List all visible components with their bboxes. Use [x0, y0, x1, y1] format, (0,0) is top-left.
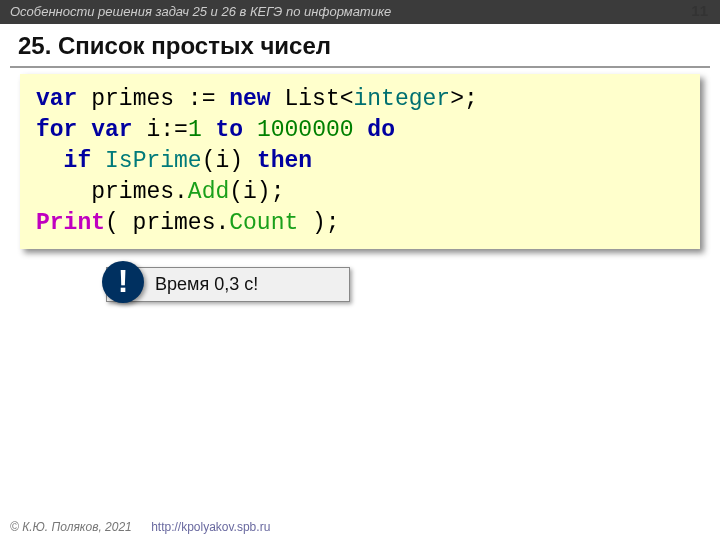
fn-print: Print	[36, 210, 105, 236]
page-number: 11	[691, 2, 708, 19]
footer-url: http://kpolyakov.spb.ru	[151, 520, 270, 534]
footer: © К.Ю. Поляков, 2021 http://kpolyakov.sp…	[10, 520, 270, 534]
kw-var: var	[36, 86, 77, 112]
kw-to: to	[216, 117, 244, 143]
kw-new: new	[229, 86, 270, 112]
kw-var2: var	[91, 117, 132, 143]
method-add: Add	[188, 179, 229, 205]
divider	[10, 66, 710, 68]
fn-isprime: IsPrime	[105, 148, 202, 174]
kw-then: then	[257, 148, 312, 174]
slide-header: Особенности решения задач 25 и 26 в КЕГЭ…	[0, 0, 720, 24]
callout: ! Время 0,3 с!	[106, 267, 350, 302]
prop-count: Count	[229, 210, 298, 236]
slide-subtitle: Особенности решения задач 25 и 26 в КЕГЭ…	[10, 4, 391, 19]
page-title: 25. Список простых чисел	[0, 24, 720, 66]
copyright: © К.Ю. Поляков, 2021	[10, 520, 132, 534]
exclamation-icon: !	[102, 261, 144, 303]
type-integer: integer	[354, 86, 451, 112]
kw-for: for	[36, 117, 77, 143]
code-block: var primes := new List<integer>; for var…	[20, 74, 700, 249]
kw-do: do	[367, 117, 395, 143]
slide: { "header": { "subtitle": "Особенности р…	[0, 0, 720, 540]
kw-if: if	[64, 148, 92, 174]
